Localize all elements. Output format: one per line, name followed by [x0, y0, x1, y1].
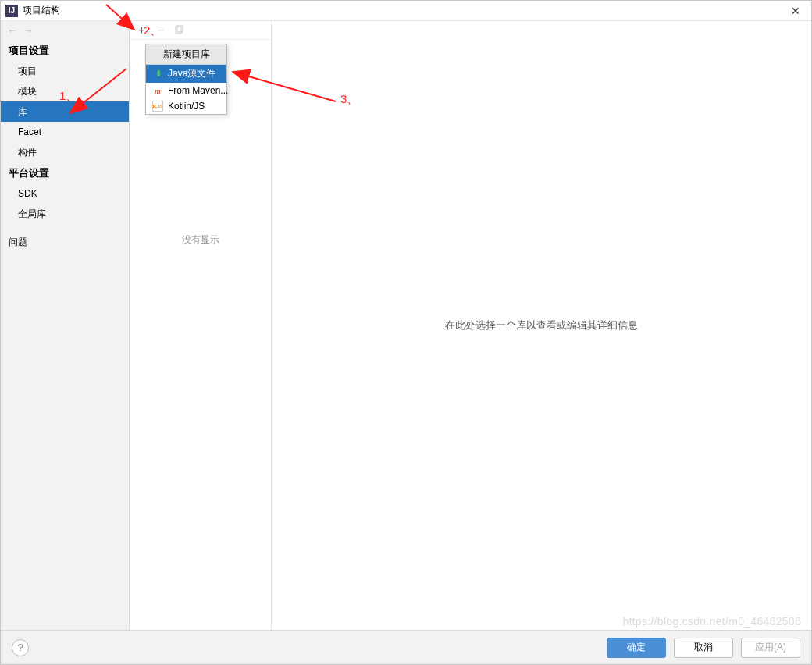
detail-pane: 在此处选择一个库以查看或编辑其详细信息 — [272, 21, 811, 630]
sidebar-item-facet[interactable]: Facet — [1, 122, 129, 142]
help-button[interactable]: ? — [12, 639, 29, 656]
sidebar: ← → 项目设置 项目 模块 库 Facet 构件 平台设置 SDK 全局库 问… — [1, 21, 130, 630]
remove-button: － — [153, 23, 167, 37]
popup-item-label: Java源文件 — [168, 67, 215, 80]
kotlin-icon: KJS — [152, 101, 163, 112]
sidebar-item-libraries[interactable]: 库 — [1, 101, 129, 122]
project-structure-window: IJ 项目结构 ✕ ← → 项目设置 项目 模块 库 Facet 构件 平台设置… — [0, 0, 812, 665]
new-library-popup: 新建项目库 ılıl Java源文件 m From Maven... KJS K… — [145, 44, 227, 115]
svg-rect-0 — [176, 27, 181, 34]
sidebar-item-modules[interactable]: 模块 — [1, 81, 129, 101]
section-header-platform-settings: 平台设置 — [1, 162, 129, 183]
detail-placeholder: 在此处选择一个库以查看或编辑其详细信息 — [445, 318, 638, 332]
popup-item-java[interactable]: ılıl Java源文件 — [146, 65, 226, 83]
popup-item-maven[interactable]: m From Maven... — [146, 83, 226, 98]
window-title: 项目结构 — [23, 4, 785, 17]
sidebar-item-global-libraries[interactable]: 全局库 — [1, 204, 129, 224]
sidebar-item-project[interactable]: 项目 — [1, 61, 129, 81]
java-icon: ılıl — [152, 69, 163, 80]
add-button[interactable]: ＋ — [134, 23, 148, 37]
sidebar-item-sdk[interactable]: SDK — [1, 183, 129, 204]
copy-button — [172, 23, 186, 37]
cancel-button[interactable]: 取消 — [674, 638, 733, 658]
back-icon[interactable]: ← — [7, 24, 18, 37]
empty-list-hint: 没有显示 — [130, 40, 271, 630]
popup-item-label: From Maven... — [168, 85, 228, 96]
content-area: ← → 项目设置 项目 模块 库 Facet 构件 平台设置 SDK 全局库 问… — [1, 21, 811, 630]
popup-item-kotlinjs[interactable]: KJS Kotlin/JS — [146, 98, 226, 114]
maven-icon: m — [152, 85, 163, 96]
library-toolbar: ＋ － — [130, 21, 271, 40]
nav-history-row: ← → — [1, 21, 129, 40]
app-icon: IJ — [5, 5, 18, 17]
popup-header: 新建项目库 — [146, 44, 226, 65]
dialog-footer: ? 确定 取消 应用(A) — [1, 630, 811, 664]
sidebar-item-problems[interactable]: 问题 — [1, 232, 129, 252]
apply-button[interactable]: 应用(A) — [741, 638, 800, 658]
close-button[interactable]: ✕ — [785, 3, 807, 19]
forward-icon[interactable]: → — [23, 24, 34, 37]
ok-button[interactable]: 确定 — [607, 638, 666, 658]
section-header-project-settings: 项目设置 — [1, 40, 129, 61]
svg-rect-1 — [177, 25, 183, 32]
sidebar-item-artifacts[interactable]: 构件 — [1, 142, 129, 162]
popup-item-label: Kotlin/JS — [168, 101, 205, 112]
title-bar: IJ 项目结构 ✕ — [1, 1, 811, 21]
